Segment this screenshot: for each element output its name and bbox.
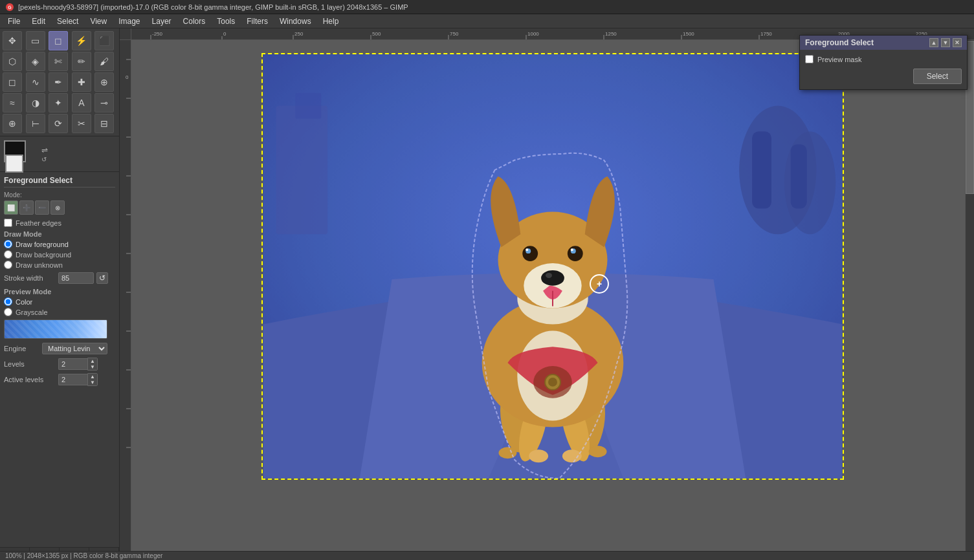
vertical-scrollbar[interactable] xyxy=(965,40,974,551)
draw-foreground-label[interactable]: Draw foreground xyxy=(16,241,69,248)
menu-item-view[interactable]: View xyxy=(85,16,112,27)
fg-dialog-up-icon[interactable]: ▲ xyxy=(929,38,938,47)
menu-item-help[interactable]: Help xyxy=(318,16,344,27)
levels-down-arrow[interactable]: ▼ xyxy=(88,364,97,370)
active-levels-spinbox: ▲ ▼ xyxy=(58,373,98,386)
dodge-button[interactable]: ◑ xyxy=(26,93,45,113)
fg-dialog-title-icons: ▲ ▼ ✕ xyxy=(929,38,962,47)
statusbar-text: 100% | 2048×1365 px | RGB color 8-bit ga… xyxy=(5,552,162,559)
levels-up-arrow[interactable]: ▲ xyxy=(88,358,97,364)
mode-subtract-button[interactable]: ➖ xyxy=(35,200,49,215)
swap-colors-icon[interactable]: ⇌ xyxy=(41,145,48,155)
menu-item-filters[interactable]: Filters xyxy=(241,16,273,27)
clone-button[interactable]: ⊕ xyxy=(94,72,114,92)
active-levels-input[interactable] xyxy=(58,374,87,385)
draw-unknown-label[interactable]: Draw unknown xyxy=(16,261,63,269)
fg-dialog-body: Preview mask Select xyxy=(800,50,967,89)
free-select-button[interactable]: ⚡ xyxy=(72,31,91,50)
align-button[interactable]: ⊟ xyxy=(94,114,114,133)
pencil-button[interactable]: ✏ xyxy=(72,52,91,71)
feather-edges-row: Feather edges xyxy=(4,219,115,227)
color-picker-button[interactable]: ⊸ xyxy=(94,93,114,113)
svg-text:1500: 1500 xyxy=(683,31,694,37)
rect-select-button[interactable]: ▭ xyxy=(26,31,45,50)
levels-input[interactable] xyxy=(58,358,87,370)
svg-text:1000: 1000 xyxy=(527,31,539,37)
paintbrush-button[interactable]: 🖌 xyxy=(94,52,114,71)
draw-background-label[interactable]: Draw background xyxy=(16,251,71,259)
fg-dialog-close-icon[interactable]: ✕ xyxy=(953,38,962,47)
ellipse-select-button[interactable]: ◻ xyxy=(49,31,68,50)
mode-add-button[interactable]: ➕ xyxy=(19,200,34,215)
draw-unknown-radio[interactable] xyxy=(4,261,12,269)
mode-replace-button[interactable]: ⬜ xyxy=(4,200,18,215)
active-levels-label: Active levels xyxy=(4,376,56,383)
eraser-button[interactable]: ◻ xyxy=(3,72,22,92)
background-color[interactable] xyxy=(5,155,23,173)
foreground-select-button[interactable]: ⬛ xyxy=(94,31,114,50)
svg-point-69 xyxy=(526,248,528,251)
text-button[interactable]: A xyxy=(72,93,91,113)
path-button[interactable]: ✦ xyxy=(49,93,68,113)
gimp-icon: G xyxy=(5,3,14,12)
airbrush-button[interactable]: ∿ xyxy=(26,72,45,92)
tool-options-title: Foreground Select xyxy=(4,176,115,188)
transform-button[interactable]: ⟳ xyxy=(49,114,68,133)
feather-edges-label[interactable]: Feather edges xyxy=(16,219,61,227)
preview-mode-section-label: Preview Mode xyxy=(4,288,115,296)
image-canvas[interactable] xyxy=(131,40,974,560)
preview-grayscale-label[interactable]: Grayscale xyxy=(16,308,48,316)
svg-text:-250: -250 xyxy=(152,31,163,37)
svg-rect-27 xyxy=(120,40,131,557)
crop-button[interactable]: ✂ xyxy=(72,114,91,133)
stroke-width-input[interactable] xyxy=(58,272,94,284)
draw-foreground-row: Draw foreground xyxy=(4,240,115,248)
draw-foreground-radio[interactable] xyxy=(4,240,12,248)
heal-button[interactable]: ✚ xyxy=(72,72,91,92)
select-button[interactable]: Select xyxy=(913,69,962,84)
preview-mask-checkbox[interactable] xyxy=(805,55,814,63)
stroke-reset-button[interactable]: ↺ xyxy=(96,272,108,284)
menu-item-layer[interactable]: Layer xyxy=(147,16,177,27)
menu-item-windows[interactable]: Windows xyxy=(274,16,316,27)
menu-item-tools[interactable]: Tools xyxy=(212,16,240,27)
reset-colors-icon[interactable]: ↺ xyxy=(41,156,48,163)
title-text: [pexels-hnoody93-58997] (imported)-17.0 … xyxy=(18,3,408,11)
preview-color-label[interactable]: Color xyxy=(16,298,32,306)
menu-item-image[interactable]: Image xyxy=(113,16,145,27)
fg-dialog-down-icon[interactable]: ▼ xyxy=(941,38,950,47)
menubar: FileEditSelectViewImageLayerColorsToolsF… xyxy=(0,14,974,28)
menu-item-colors[interactable]: Colors xyxy=(178,16,211,27)
ink-button[interactable]: ✒ xyxy=(49,72,68,92)
draw-unknown-row: Draw unknown xyxy=(4,261,115,269)
menu-item-edit[interactable]: Edit xyxy=(27,16,50,27)
feather-edges-checkbox[interactable] xyxy=(4,219,12,227)
engine-select[interactable]: Matting Levin Matting Global xyxy=(42,343,107,354)
preview-mask-label[interactable]: Preview mask xyxy=(817,56,861,63)
svg-point-70 xyxy=(571,248,573,251)
zoom-button[interactable]: ⊕ xyxy=(3,114,22,133)
scissors-button[interactable]: ✄ xyxy=(49,52,68,71)
fg-dialog-titlebar[interactable]: Foreground Select ▲ ▼ ✕ xyxy=(800,36,967,50)
menu-item-select[interactable]: Select xyxy=(52,16,83,27)
preview-grayscale-radio[interactable] xyxy=(4,308,12,316)
draw-mode-section-label: Draw Mode xyxy=(4,230,115,238)
preview-color-radio[interactable] xyxy=(4,297,12,306)
active-levels-up-arrow[interactable]: ▲ xyxy=(88,374,97,380)
svg-point-51 xyxy=(529,449,548,462)
select-by-color-button[interactable]: ◈ xyxy=(26,52,45,71)
draw-background-radio[interactable] xyxy=(4,250,12,259)
mode-intersect-button[interactable]: ⊗ xyxy=(50,200,65,215)
menu-item-file[interactable]: File xyxy=(3,16,25,27)
svg-text:0: 0 xyxy=(223,31,227,37)
move-tool-button[interactable]: ✥ xyxy=(3,31,22,50)
smudge-button[interactable]: ≈ xyxy=(3,93,22,113)
tool-icons-grid: ✥ ▭ ◻ ⚡ ⬛ ⬡ ◈ ✄ ✏ 🖌 ◻ ∿ ✒ ✚ ⊕ ≈ ◑ ✦ A ⊸ … xyxy=(0,28,119,136)
levels-spinbox: ▲ ▼ xyxy=(58,358,98,371)
active-levels-down-arrow[interactable]: ▼ xyxy=(88,380,97,385)
measure-button[interactable]: ⊢ xyxy=(26,114,45,133)
active-levels-arrows: ▲ ▼ xyxy=(87,373,98,386)
svg-point-54 xyxy=(589,446,607,457)
active-levels-row: Active levels ▲ ▼ xyxy=(4,373,115,386)
fuzzy-select-button[interactable]: ⬡ xyxy=(3,52,22,71)
